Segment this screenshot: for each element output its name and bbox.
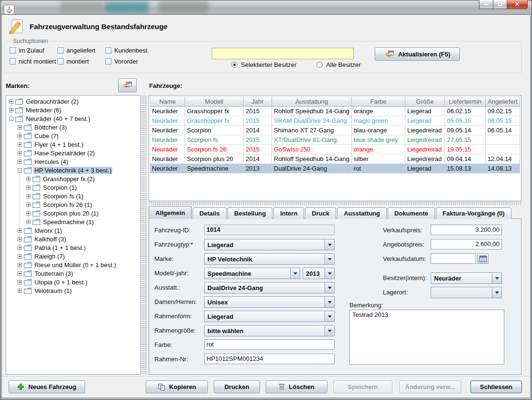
tab-bestellung[interactable]: Bestellung: [228, 207, 272, 219]
tree-item-utopia-0-1-best[interactable]: +Utopia (0 + 1 best.): [6, 278, 140, 286]
column-header-größe[interactable]: Größe: [405, 97, 445, 107]
bemerkung-textarea[interactable]: Testrad 2013: [349, 310, 504, 365]
tree-item-flyer-4-1-best[interactable]: +Flyer (4 + 1 best.): [6, 140, 140, 149]
verkaufsdatum-input[interactable]: [431, 253, 476, 264]
tree-toggle-icon[interactable]: +: [26, 203, 31, 207]
radio-alle-besitzer[interactable]: Alle Besitzer: [316, 61, 360, 68]
tree-item-scorpion-plus-20-1[interactable]: +Scorpion plus 20 (1): [6, 209, 140, 217]
tree-item-riese-und-müller-0-1-best[interactable]: +Riese und Müller (0 + 1 best.): [6, 260, 140, 269]
tree-toggle-icon[interactable]: -: [9, 117, 13, 121]
table-row[interactable]: NeuräderScorpion2014Shimano XT 27-Gangbl…: [150, 126, 520, 135]
modell-combo[interactable]: Speedmachine: [204, 268, 300, 279]
checkbox-box[interactable]: [57, 47, 64, 54]
rahmen-nr-input[interactable]: HP1012SPM001234: [204, 354, 335, 364]
tree-item-velotraum-1[interactable]: +Velotraum (1): [6, 286, 140, 295]
tree-item-patria-1-1-best[interactable]: +Patria (1 + 1 best.): [6, 243, 140, 252]
column-header-modell[interactable]: Modell: [185, 97, 244, 107]
new-vehicle-button[interactable]: Neues Fahrzeug: [9, 380, 85, 393]
tree-item-böttcher-3[interactable]: +Böttcher (3): [6, 123, 140, 131]
table-row[interactable]: NeuräderGrasshopper fx2015SRAM DualDrive…: [150, 116, 520, 126]
tree-toggle-icon[interactable]: +: [26, 220, 31, 224]
copy-button[interactable]: Kopieren: [146, 380, 208, 393]
tree-toggle-icon[interactable]: +: [9, 99, 13, 104]
lagerort-combo[interactable]: [431, 287, 502, 298]
tree-item-hp-velotechnik-4-3-best[interactable]: -HP Velotechnik (4 + 3 best.): [6, 166, 140, 174]
tree-item-scorpion-fs-1[interactable]: +Scorpion fs (1): [6, 192, 140, 200]
chevron-down-icon[interactable]: [290, 268, 300, 279]
tree-toggle-icon[interactable]: +: [26, 177, 31, 181]
tree-toggle-icon[interactable]: +: [18, 228, 22, 233]
checkbox-vororder[interactable]: Vororder: [105, 58, 172, 65]
checkbox-box[interactable]: [10, 47, 16, 54]
delete-button[interactable]: Löschen: [266, 380, 327, 393]
checkbox-box[interactable]: [105, 58, 111, 65]
checkbox-nicht-montiert[interactable]: nicht montiert: [10, 58, 57, 65]
tree-toggle-icon[interactable]: +: [18, 280, 22, 284]
table-row[interactable]: NeuräderScorpion fs 262015GoSwiss 250ora…: [150, 145, 520, 154]
tab-allgemein[interactable]: Allgemein: [149, 206, 192, 219]
tree-item-kalkhoff-3[interactable]: +Kalkhoff (3): [6, 235, 140, 243]
radio-selektierter-besitzer[interactable]: Selektierter Besitzer: [231, 61, 296, 68]
table-row[interactable]: NeuräderSpeedmachine2013DualDrive 24-Gan…: [150, 164, 520, 173]
tree-item-speedmachine-1[interactable]: +Speedmachine (1): [6, 217, 140, 226]
chevron-down-icon[interactable]: [492, 287, 501, 298]
tree-item-gebrauchträder-2[interactable]: +Gebrauchträder (2): [6, 97, 140, 106]
tab-details[interactable]: Details: [193, 207, 227, 219]
tree-toggle-icon[interactable]: +: [26, 211, 31, 216]
tree-toggle-icon[interactable]: +: [18, 134, 22, 138]
rahmenform-combo[interactable]: Liegerad: [204, 311, 335, 322]
tree-toggle-icon[interactable]: +: [26, 185, 31, 190]
tree-item-hase-spezialräder-2[interactable]: +Hase Spezialräder (2): [6, 149, 140, 157]
tab-intern[interactable]: Intern: [273, 207, 304, 219]
calendar-button[interactable]: [478, 253, 489, 264]
chevron-down-icon[interactable]: [325, 282, 334, 293]
checkbox-box[interactable]: [105, 47, 111, 54]
chevron-down-icon[interactable]: [325, 297, 334, 307]
horizontal-splitter[interactable]: [149, 201, 521, 205]
table-row[interactable]: NeuräderScorpion fs2015XT/DualDrive 81-G…: [150, 135, 520, 145]
column-header-angeliefert[interactable]: Angeliefert: [486, 97, 520, 107]
column-header-ausstattung[interactable]: Ausstattung: [272, 97, 352, 107]
tree-item-toutterrain-3[interactable]: +Toutterrain (3): [6, 269, 140, 278]
verkaufspreis-input[interactable]: 3.200,00: [431, 225, 502, 235]
chevron-down-icon[interactable]: [325, 254, 334, 264]
table-row[interactable]: NeuräderGrasshopper fx2015Rohloff Speedh…: [150, 107, 520, 116]
brands-refresh-button[interactable]: [118, 78, 137, 92]
tab-faktura-vorgänge-0[interactable]: Faktura-Vorgänge (0): [436, 207, 511, 219]
checkbox-box[interactable]: [10, 58, 16, 65]
tree-toggle-icon[interactable]: +: [18, 246, 22, 250]
checkbox-im-zulauf[interactable]: im Zulauf: [10, 47, 57, 54]
tree-toggle-icon[interactable]: +: [26, 194, 31, 198]
fahrzeugtyp-combo[interactable]: Liegerad: [204, 239, 335, 250]
tree-toggle-icon[interactable]: +: [18, 125, 22, 130]
column-header-liefertermin[interactable]: Liefertermin: [445, 97, 486, 107]
chevron-down-icon[interactable]: [325, 311, 334, 322]
tree-item-raleigh-7[interactable]: +Raleigh (7): [6, 252, 140, 260]
close-button[interactable]: Schliessen: [470, 380, 522, 393]
chevron-down-icon[interactable]: [325, 268, 334, 279]
column-header-farbe[interactable]: Farbe: [352, 97, 405, 107]
checkbox-box[interactable]: [57, 58, 64, 65]
marke-combo[interactable]: HP Velotechnik: [204, 253, 335, 265]
checkbox-montiert[interactable]: montiert: [57, 58, 105, 65]
vertical-splitter[interactable]: [141, 95, 146, 375]
besitzer-combo[interactable]: Neuräder: [431, 272, 502, 284]
maximize-button[interactable]: [493, 0, 507, 9]
damen-herren-combo[interactable]: Unisex: [204, 296, 335, 308]
farbe-input[interactable]: rot: [204, 339, 335, 350]
tree-toggle-icon[interactable]: +: [18, 271, 22, 276]
tree-toggle-icon[interactable]: +: [18, 151, 22, 155]
modell-jahr-year-combo[interactable]: 2013: [303, 268, 335, 279]
search-input[interactable]: [212, 48, 354, 59]
table-row[interactable]: NeuräderScorpion plus 202014Rohloff Spee…: [150, 154, 520, 164]
radio-dot[interactable]: [316, 62, 323, 68]
checkbox-angeliefert[interactable]: angeliefert: [57, 47, 105, 54]
ausstattung-combo[interactable]: DualDrive 24-Gang: [204, 282, 335, 293]
tree-item-mieträder-6[interactable]: +Mieträder (6): [6, 106, 140, 114]
chevron-down-icon[interactable]: [325, 325, 334, 336]
tab-ausstattung[interactable]: Ausstattung: [337, 207, 387, 219]
radio-dot[interactable]: [231, 62, 238, 68]
column-header-jahr[interactable]: Jahr: [244, 97, 272, 107]
angebotspreis-input[interactable]: 2.600,00: [431, 239, 502, 249]
tree-item-scorpion-fs-26-1[interactable]: +Scorpion fs 26 (1): [6, 200, 140, 209]
